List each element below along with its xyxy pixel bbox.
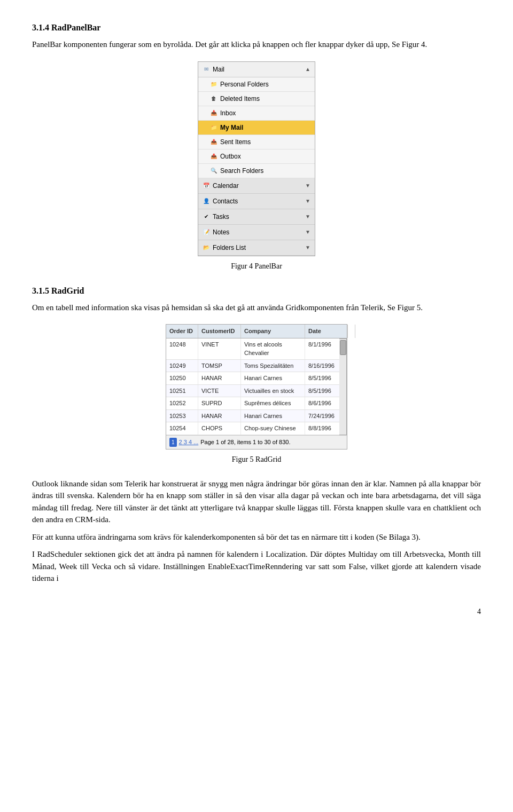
panelbar-item-sent-items[interactable]: 📤 Sent Items <box>198 135 315 149</box>
table-row[interactable]: 10253 HANAR Hanari Carnes 7/24/1996 <box>166 410 339 423</box>
search-folders-label: Search Folders <box>220 166 263 176</box>
table-row[interactable]: 10248 VINET Vins et alcools Chevalier 8/… <box>166 338 339 360</box>
cell-customerid: VICTE <box>198 385 241 397</box>
folders-list-arrow-icon: ▼ <box>305 243 310 251</box>
table-row[interactable]: 10251 VICTE Victuailles en stock 8/5/199… <box>166 385 339 398</box>
cell-date: 8/6/1996 <box>305 397 339 409</box>
panelbar-group-folders-list[interactable]: 📂 Folders List ▼ <box>198 240 315 256</box>
figure-4-container: ✉ Mail ▲ 📁 Personal Folders 🗑 Deleted It… <box>32 61 481 272</box>
panelbar-item-deleted-items[interactable]: 🗑 Deleted Items <box>198 92 315 106</box>
my-mail-label: My Mail <box>220 123 243 132</box>
notes-icon: 📝 <box>203 228 210 236</box>
contacts-group-label: Contacts <box>213 196 238 206</box>
panelbar-group-notes[interactable]: 📝 Notes ▼ <box>198 225 315 240</box>
cell-orderid: 10249 <box>166 360 198 372</box>
page-number: 4 <box>32 606 481 617</box>
cell-customerid: TOMSP <box>198 360 241 372</box>
section-heading-315: 3.1.5 RadGrid <box>32 285 481 297</box>
cell-customerid: HANAR <box>198 372 241 384</box>
grid-other-pages[interactable]: 2 3 4 ... <box>179 438 199 447</box>
cell-company: Victuailles en stock <box>241 385 305 397</box>
cell-customerid: CHOPS <box>198 422 241 435</box>
cell-date: 8/5/1996 <box>305 385 339 397</box>
personal-folders-label: Personal Folders <box>220 80 269 89</box>
tasks-group-label: Tasks <box>213 212 229 222</box>
grid-footer: 1 2 3 4 ... Page 1 of 28, items 1 to 30 … <box>166 435 347 449</box>
cell-company: Suprêmes délices <box>241 397 305 409</box>
cell-orderid: 10248 <box>166 338 198 359</box>
panelbar-group-calendar[interactable]: 📅 Calendar ▼ <box>198 178 315 194</box>
table-row[interactable]: 10252 SUPRD Suprêmes délices 8/6/1996 <box>166 397 339 410</box>
cell-date: 8/1/1996 <box>305 338 339 359</box>
outbox-icon: 📤 <box>210 153 217 160</box>
col-header-scroll-spacer <box>348 325 355 338</box>
panelbar-item-outbox[interactable]: 📤 Outbox <box>198 149 315 164</box>
cell-date: 8/16/1996 <box>305 360 339 372</box>
para-outlook: Outlook liknande sidan som Telerik har k… <box>32 478 481 526</box>
grid-scrollbar[interactable] <box>339 338 347 435</box>
search-folders-icon: 🔍 <box>210 167 217 175</box>
cell-orderid: 10250 <box>166 372 198 384</box>
personal-folders-icon: 📁 <box>210 81 217 88</box>
outbox-label: Outbox <box>220 152 241 161</box>
col-header-company: Company <box>241 325 305 338</box>
panelbar-group-mail[interactable]: ✉ Mail ▲ <box>198 62 315 77</box>
sent-items-icon: 📤 <box>210 138 217 146</box>
grid-body-wrapper: 10248 VINET Vins et alcools Chevalier 8/… <box>166 338 347 435</box>
calendar-arrow-icon: ▼ <box>305 182 310 190</box>
tasks-icon: ✔ <box>203 213 210 220</box>
panelbar-item-inbox[interactable]: 📥 Inbox <box>198 106 315 121</box>
cell-company: Hanari Carnes <box>241 372 305 384</box>
grid-scroll-thumb[interactable] <box>340 340 346 355</box>
para-314-1: PanelBar komponenten fungerar som en byr… <box>32 38 481 51</box>
folders-list-group-label: Folders List <box>213 243 246 253</box>
cell-company: Toms Spezialitäten <box>241 360 305 372</box>
my-mail-icon: 📁 <box>210 124 217 131</box>
calendar-icon: 📅 <box>203 182 210 190</box>
sent-items-label: Sent Items <box>220 137 251 147</box>
table-row[interactable]: 10249 TOMSP Toms Spezialitäten 8/16/1996 <box>166 360 339 373</box>
cell-orderid: 10252 <box>166 397 198 409</box>
inbox-label: Inbox <box>220 108 236 118</box>
cell-date: 8/8/1996 <box>305 422 339 435</box>
cell-customerid: SUPRD <box>198 397 241 409</box>
inbox-icon: 📥 <box>210 109 217 117</box>
grid-current-page[interactable]: 1 <box>169 438 177 447</box>
para-forath: För att kunna utföra ändringarna som krä… <box>32 531 481 543</box>
figure-5-container: Order ID CustomerID Company Date 10248 V… <box>32 324 481 465</box>
panelbar-group-tasks[interactable]: ✔ Tasks ▼ <box>198 209 315 225</box>
grid-widget[interactable]: Order ID CustomerID Company Date 10248 V… <box>166 324 347 450</box>
tasks-arrow-icon: ▼ <box>305 212 310 220</box>
panelbar-item-personal-folders[interactable]: 📁 Personal Folders <box>198 77 315 92</box>
para-irad: I RadScheduler sektionen gick det att än… <box>32 548 481 585</box>
mail-group-label: Mail <box>213 65 224 74</box>
mail-items: 📁 Personal Folders 🗑 Deleted Items 📥 Inb… <box>198 77 315 178</box>
panelbar-item-my-mail[interactable]: 📁 My Mail <box>198 121 315 135</box>
cell-company: Chop-suey Chinese <box>241 422 305 435</box>
folders-list-icon: 📂 <box>203 244 210 251</box>
panelbar-widget[interactable]: ✉ Mail ▲ 📁 Personal Folders 🗑 Deleted It… <box>198 61 315 256</box>
cell-date: 7/24/1996 <box>305 410 339 422</box>
table-row[interactable]: 10250 HANAR Hanari Carnes 8/5/1996 <box>166 372 339 385</box>
grid-wrapper: Order ID CustomerID Company Date 10248 V… <box>166 324 347 450</box>
cell-date: 8/5/1996 <box>305 372 339 384</box>
notes-group-label: Notes <box>213 227 229 237</box>
col-header-date: Date <box>305 325 348 338</box>
calendar-group-label: Calendar <box>213 181 239 191</box>
grid-summary: Page 1 of 28, items 1 to 30 of 830. <box>200 438 290 447</box>
cell-orderid: 10253 <box>166 410 198 422</box>
contacts-arrow-icon: ▼ <box>305 197 310 205</box>
notes-arrow-icon: ▼ <box>305 228 310 236</box>
cell-customerid: HANAR <box>198 410 241 422</box>
panelbar-item-search-folders[interactable]: 🔍 Search Folders <box>198 164 315 178</box>
section-heading-314: 3.1.4 RadPanelBar <box>32 21 481 34</box>
cell-customerid: VINET <box>198 338 241 359</box>
para-315-1: Om en tabell med information ska visas p… <box>32 302 481 314</box>
col-header-customerid: CustomerID <box>198 325 241 338</box>
mail-icon: ✉ <box>203 66 210 73</box>
grid-header: Order ID CustomerID Company Date <box>166 325 347 338</box>
cell-orderid: 10254 <box>166 422 198 435</box>
panelbar-group-contacts[interactable]: 👤 Contacts ▼ <box>198 194 315 209</box>
mail-arrow-icon: ▲ <box>305 65 310 73</box>
table-row[interactable]: 10254 CHOPS Chop-suey Chinese 8/8/1996 <box>166 422 339 435</box>
